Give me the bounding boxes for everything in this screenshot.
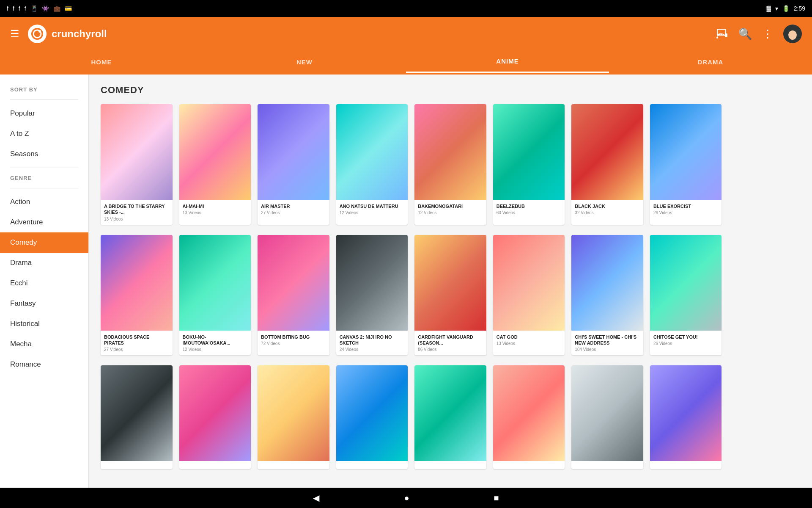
card-thumb [493, 235, 565, 331]
card-row3-3[interactable] [336, 365, 408, 469]
sidebar-genre-romance[interactable]: Romance [0, 354, 88, 375]
card-row2-7[interactable]: CHITOSE GET YOU! 26 Videos [650, 235, 722, 356]
card-thumb [336, 365, 408, 461]
card-videos: 26 Videos [653, 210, 719, 215]
card-row1-6[interactable]: BLACK JACK 32 Videos [571, 104, 643, 225]
card-info: CHI'S SWEET HOME - CHI'S NEW ADDRESS 104… [571, 331, 643, 356]
more-icon[interactable]: ⋮ [762, 28, 773, 41]
divider-2 [10, 168, 78, 168]
bag-icon: 💼 [53, 5, 60, 12]
sidebar-genre-comedy[interactable]: Comedy [0, 232, 88, 253]
card-thumb [258, 235, 329, 331]
card-info: BOKU-NO-IMOUTOWA'OSAKA... 12 Videos [179, 331, 251, 356]
card-row1-0[interactable]: A BRIDGE TO THE STARRY SKIES -... 13 Vid… [101, 104, 173, 225]
wifi-icon: ▾ [775, 5, 778, 12]
card-title: BAKEMONOGATARI [418, 203, 483, 209]
card-row2-1[interactable]: BOKU-NO-IMOUTOWA'OSAKA... 12 Videos [179, 235, 251, 356]
card-title: CHITOSE GET YOU! [653, 334, 719, 340]
card-row1-1[interactable]: AI-MAI-MI 13 Videos [179, 104, 251, 225]
card-row1-7[interactable]: BLUE EXORCIST 26 Videos [650, 104, 722, 225]
logo-text: crunchyroll [52, 28, 107, 40]
content-area: COMEDY A BRIDGE TO THE STARRY SKIES -...… [89, 75, 812, 488]
card-title: CANVAS 2: NIJI IRO NO SKETCH [340, 334, 405, 346]
card-videos: 24 Videos [340, 347, 405, 352]
square-button[interactable]: ■ [494, 493, 499, 503]
card-row2-2[interactable]: BOTTOM BITING BUG 72 Videos [258, 235, 329, 356]
card-title: A BRIDGE TO THE STARRY SKIES -... [104, 203, 169, 215]
card-row2-4[interactable]: CARDFIGHT VANGUARD (SEASON... 86 Videos [414, 235, 486, 356]
sidebar-genre-action[interactable]: Action [0, 192, 88, 212]
sidebar-genre-drama[interactable]: Drama [0, 253, 88, 273]
card-videos: 27 Videos [261, 210, 326, 215]
card-info: AIR MASTER 27 Videos [258, 200, 329, 218]
card-videos: 60 Videos [497, 210, 562, 215]
card-row2-6[interactable]: CHI'S SWEET HOME - CHI'S NEW ADDRESS 104… [571, 235, 643, 356]
sidebar-sort-seasons[interactable]: Seasons [0, 144, 88, 164]
card-thumb [414, 104, 486, 200]
alien-icon: 👾 [42, 5, 49, 12]
card-title: AI-MAI-MI [183, 203, 248, 209]
sidebar-genre-ecchi[interactable]: Ecchi [0, 273, 88, 293]
card-row1-4[interactable]: BAKEMONOGATARI 12 Videos [414, 104, 486, 225]
tab-drama[interactable]: DRAMA [609, 51, 812, 73]
wallet-icon: 💳 [65, 5, 72, 12]
card-videos: 12 Videos [418, 210, 483, 215]
tab-anime[interactable]: ANIME [406, 51, 609, 73]
sidebar-sort-atoz[interactable]: A to Z [0, 124, 88, 144]
tab-new[interactable]: NEW [203, 51, 406, 73]
card-row3-4[interactable] [414, 365, 486, 469]
card-row3-1[interactable] [179, 365, 251, 469]
card-row3-5[interactable] [493, 365, 565, 469]
system-icons: ▓ ▾ 🔋 2:59 [767, 5, 805, 12]
card-row3-7[interactable] [650, 365, 722, 469]
card-info: CAT GOD 13 Videos [493, 331, 565, 349]
card-info: BOTTOM BITING BUG 72 Videos [258, 331, 329, 349]
logo: crunchyroll [28, 25, 107, 43]
card-thumb [414, 235, 486, 331]
card-row3-0[interactable] [101, 365, 173, 469]
back-button[interactable]: ◀ [313, 493, 319, 503]
card-info: ANO NATSU DE MATTERU 12 Videos [336, 200, 408, 218]
card-thumb [101, 365, 173, 461]
card-thumb [336, 104, 408, 200]
sidebar-sort-popular[interactable]: Popular [0, 103, 88, 124]
card-row1-2[interactable]: AIR MASTER 27 Videos [258, 104, 329, 225]
card-row2-3[interactable]: CANVAS 2: NIJI IRO NO SKETCH 24 Videos [336, 235, 408, 356]
avatar[interactable] [783, 25, 802, 43]
card-row3-2[interactable] [258, 365, 329, 469]
card-thumb [258, 365, 329, 461]
card-videos: 13 Videos [497, 341, 562, 346]
card-thumb [101, 235, 173, 331]
sidebar: SORT BY Popular A to Z Seasons GENRE Act… [0, 75, 89, 488]
status-bar: f f f f 📱 👾 💼 💳 ▓ ▾ 🔋 2:59 [0, 0, 812, 17]
cast-icon[interactable] [716, 27, 728, 41]
card-videos: 26 Videos [653, 341, 719, 346]
fb-icon-3: f [19, 5, 20, 12]
sidebar-genre-historical[interactable]: Historical [0, 314, 88, 334]
card-title: BLUE EXORCIST [653, 203, 719, 209]
card-row3-6[interactable] [571, 365, 643, 469]
card-videos: 12 Videos [183, 347, 248, 352]
sidebar-genre-adventure[interactable]: Adventure [0, 212, 88, 232]
top-bar: ☰ crunchyroll 🔍 ⋮ [0, 17, 812, 51]
sidebar-genre-mecha[interactable]: Mecha [0, 334, 88, 354]
card-videos: 72 Videos [261, 341, 326, 346]
fb-icon-2: f [13, 5, 14, 12]
signal-icon: ▓ [767, 5, 771, 12]
card-info: BEELZEBUB 60 Videos [493, 200, 565, 218]
card-thumb [650, 235, 722, 331]
tab-home[interactable]: HOME [0, 51, 203, 73]
search-icon[interactable]: 🔍 [738, 28, 752, 41]
sidebar-genre-fantasy[interactable]: Fantasy [0, 293, 88, 314]
battery-icon: 🔋 [782, 5, 790, 12]
card-info [179, 461, 251, 469]
card-thumb [101, 104, 173, 200]
card-thumb [650, 365, 722, 461]
home-button[interactable]: ● [404, 493, 409, 503]
card-info: A BRIDGE TO THE STARRY SKIES -... 13 Vid… [101, 200, 173, 225]
card-row1-3[interactable]: ANO NATSU DE MATTERU 12 Videos [336, 104, 408, 225]
card-row2-0[interactable]: BODACIOUS SPACE PIRATES 27 Videos [101, 235, 173, 356]
card-row1-5[interactable]: BEELZEBUB 60 Videos [493, 104, 565, 225]
hamburger-menu[interactable]: ☰ [10, 28, 19, 40]
card-row2-5[interactable]: CAT GOD 13 Videos [493, 235, 565, 356]
